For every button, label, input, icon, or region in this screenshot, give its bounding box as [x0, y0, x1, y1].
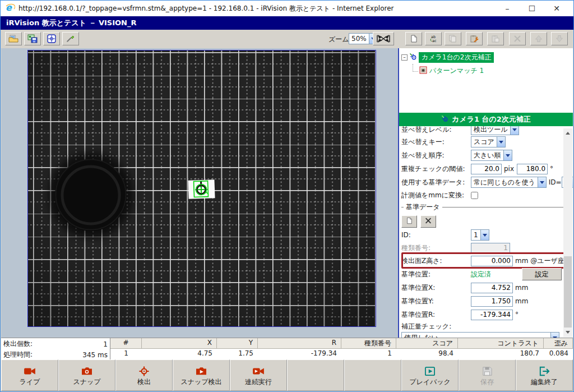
- ie-logo-icon: e: [5, 3, 15, 15]
- ref-r-unit: °: [515, 311, 519, 319]
- offset-check-row: 使用しない: [401, 331, 572, 338]
- snap-find-button[interactable]: スナップ検出: [173, 359, 230, 391]
- scroll-thumb[interactable]: [564, 256, 572, 328]
- minimize-button[interactable]: –: [495, 1, 520, 16]
- process-time-label: 処理時間:: [3, 350, 58, 359]
- arrow-down-icon: [555, 35, 564, 43]
- chevron-down-icon[interactable]: [503, 150, 512, 160]
- ref-r-input[interactable]: [471, 310, 513, 320]
- sort-level-label: 並べ替えレベル:: [401, 126, 471, 135]
- find-button[interactable]: 検出: [115, 359, 173, 391]
- ref-pos-status: 設定済: [471, 270, 522, 279]
- chevron-down-icon[interactable]: [497, 137, 505, 147]
- ref-data-buttons-row: [401, 215, 572, 228]
- ref-data-select[interactable]: 常に同じものを使う: [471, 177, 547, 188]
- delete-x-icon: [424, 217, 432, 224]
- convert-mm-checkbox[interactable]: [471, 192, 478, 199]
- end-edit-icon: [538, 365, 551, 377]
- tree-child-label[interactable]: パターンマッチ 1: [429, 66, 484, 76]
- detection-summary: 検出個数: 1 処理時間: 345 ms: [1, 338, 110, 360]
- ref-r-label: 基準位置R:: [401, 310, 471, 320]
- rename-icon: ab ac: [429, 35, 438, 43]
- chevron-down-icon[interactable]: [510, 126, 519, 135]
- maximize-button[interactable]: ☐: [520, 1, 544, 16]
- chevron-down-icon[interactable]: [480, 230, 489, 240]
- dropper-button[interactable]: [62, 32, 79, 45]
- paste-icon: [491, 35, 500, 43]
- eyedropper-icon: [66, 34, 76, 43]
- id-label: ID:: [401, 231, 471, 239]
- table-row[interactable]: 1 4.75 1.75 -179.34 1 98.4 180.7 0.084: [110, 349, 573, 360]
- new-tool-button[interactable]: [405, 32, 422, 45]
- open-image-button[interactable]: [5, 32, 22, 45]
- col-type: 種類番号: [341, 338, 396, 348]
- live-button[interactable]: ライブ: [1, 359, 58, 391]
- playback-button[interactable]: プレイバック: [401, 359, 459, 391]
- snap-button[interactable]: スナップ: [58, 359, 115, 391]
- delete-tool-button[interactable]: [509, 32, 526, 45]
- toolbar: ズーム: 50% ab ac: [1, 30, 573, 48]
- ref-data-new-button[interactable]: [401, 215, 417, 228]
- panel-header: カメラ1 台の2次元補正: [399, 113, 573, 126]
- sort-order-row: 並べ替え順序: 大きい順: [401, 149, 572, 162]
- sort-order-select[interactable]: 大きい順: [471, 150, 512, 161]
- ref-x-input[interactable]: [471, 283, 513, 293]
- zoom-label: ズーム:: [328, 35, 351, 44]
- sort-level-select[interactable]: 検出ツール: [471, 126, 519, 135]
- move-up-button[interactable]: [530, 32, 547, 45]
- sort-key-label: 並べ替えキー:: [401, 137, 471, 147]
- svg-text:ac: ac: [432, 39, 437, 43]
- results-table: # X Y R 種類番号 スコア コントラスト 歪み 1 4.75 1.75 -…: [110, 338, 573, 360]
- tree-root-label[interactable]: カメラ1台の2次元補正: [419, 52, 494, 63]
- scroll-up-arrow[interactable]: [563, 128, 572, 138]
- ref-data-use-row: 使用する基準データ: 常に同じものを使う ID= 1: [401, 176, 572, 189]
- col-index: #: [110, 338, 142, 348]
- continuous-run-button[interactable]: 連続実行: [230, 359, 287, 391]
- camera-image[interactable]: [27, 50, 376, 327]
- open-image-icon: [8, 34, 18, 43]
- pix-unit: pix: [504, 165, 514, 173]
- new-doc-icon: [405, 217, 413, 224]
- fit-view-icon: [376, 34, 391, 44]
- end-edit-button[interactable]: 編集終了: [516, 359, 573, 391]
- ref-y-label: 基準位置Y:: [401, 297, 471, 306]
- z-height-input[interactable]: [471, 256, 513, 266]
- copy-tool-button[interactable]: [445, 32, 461, 45]
- chevron-down-icon[interactable]: [550, 333, 559, 338]
- convert-mm-label: 計測値をmmに変換:: [401, 191, 471, 200]
- rename-tool-button[interactable]: ab ac: [425, 32, 442, 45]
- found-pattern-marker: [188, 179, 215, 199]
- paste-tool-button[interactable]: [487, 32, 504, 45]
- results-header-row: # X Y R 種類番号 スコア コントラスト 歪み: [110, 338, 573, 349]
- grid-center-button[interactable]: [43, 32, 60, 45]
- move-down-button[interactable]: [551, 32, 568, 45]
- ref-y-input[interactable]: [471, 296, 513, 307]
- scroll-down-arrow[interactable]: [563, 328, 572, 337]
- sort-key-select[interactable]: スコア: [471, 136, 506, 147]
- overlap-pix-input[interactable]: [471, 164, 502, 174]
- col-x: X: [142, 338, 217, 348]
- paste-special-button[interactable]: [466, 32, 483, 45]
- continuous-run-icon: [252, 365, 265, 377]
- fit-view-button[interactable]: [373, 32, 394, 45]
- set-button[interactable]: 設定: [522, 268, 562, 280]
- offset-check-select[interactable]: 使用しない: [401, 332, 559, 338]
- convert-mm-row: 計測値をmmに変換:: [401, 189, 572, 201]
- tree-expander-icon[interactable]: –: [401, 54, 408, 61]
- chevron-down-icon[interactable]: [538, 177, 546, 187]
- deg-unit: °: [550, 165, 553, 173]
- crosshair-grid-icon: [47, 34, 57, 43]
- ref-data-label: 使用する基準データ:: [401, 178, 471, 187]
- ref-data-delete-button[interactable]: [420, 215, 436, 228]
- tree-node-pattern-match[interactable]: パターンマッチ 1: [413, 66, 573, 76]
- overlap-deg-input[interactable]: [517, 164, 548, 174]
- camera-image-pane: [1, 48, 398, 338]
- save-image-button[interactable]: [24, 32, 41, 45]
- panel-scrollbar[interactable]: [563, 128, 572, 337]
- ref-x-unit: mm: [515, 284, 528, 292]
- found-count-value: 1: [58, 340, 108, 348]
- close-button[interactable]: ✕: [544, 1, 569, 16]
- id-select[interactable]: 1: [471, 229, 489, 241]
- tree-node-root[interactable]: – カメラ1台の2次元補正: [401, 52, 573, 63]
- save-image-icon: [27, 34, 38, 43]
